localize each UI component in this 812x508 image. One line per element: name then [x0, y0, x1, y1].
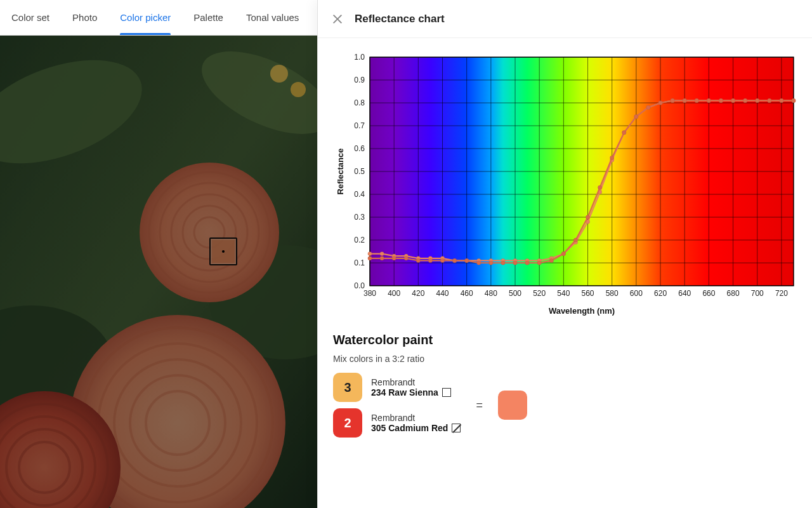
panel-header: Reflectance chart: [318, 0, 812, 38]
svg-text:420: 420: [412, 289, 424, 298]
tab-color-picker[interactable]: Color picker: [120, 1, 171, 34]
svg-text:0.2: 0.2: [354, 236, 365, 244]
svg-text:440: 440: [436, 289, 449, 298]
svg-text:660: 660: [702, 289, 715, 298]
mix-title: Watercolor paint: [333, 333, 797, 347]
mix-result-swatch: [498, 391, 527, 420]
svg-point-145: [610, 156, 614, 159]
svg-text:0.7: 0.7: [354, 121, 365, 130]
paint-name: 234 Raw Sienna: [371, 387, 451, 398]
svg-point-140: [549, 258, 553, 262]
svg-point-147: [634, 114, 638, 118]
svg-point-89: [368, 251, 372, 255]
svg-point-148: [646, 105, 650, 109]
lightfastness-icon: [442, 388, 451, 397]
svg-text:Wavelength (nm): Wavelength (nm): [549, 306, 615, 316]
close-icon[interactable]: [332, 13, 343, 25]
color-picker-box[interactable]: [209, 237, 237, 265]
svg-text:620: 620: [654, 289, 667, 298]
tab-photo[interactable]: Photo: [72, 1, 97, 34]
svg-point-156: [743, 98, 747, 102]
paint-brand: Rembrandt: [371, 413, 461, 423]
svg-point-142: [573, 238, 577, 242]
svg-point-143: [586, 215, 589, 219]
svg-text:Reflectance: Reflectance: [336, 149, 345, 195]
svg-point-160: [792, 98, 796, 102]
svg-point-130: [428, 258, 432, 262]
svg-text:0.9: 0.9: [354, 76, 365, 84]
svg-text:380: 380: [363, 289, 376, 298]
svg-point-149: [658, 101, 662, 105]
svg-point-137: [513, 261, 517, 265]
svg-point-154: [719, 98, 723, 102]
svg-point-153: [707, 98, 710, 102]
svg-text:680: 680: [727, 289, 740, 298]
reflectance-panel: Reflectance chart 3804004204404604805005…: [317, 0, 812, 508]
svg-point-138: [525, 261, 529, 265]
svg-point-141: [561, 251, 565, 255]
paint-part: 3Rembrandt234 Raw Sienna: [333, 373, 461, 402]
svg-point-134: [477, 261, 481, 265]
svg-text:480: 480: [485, 289, 497, 298]
svg-point-132: [452, 258, 456, 262]
paint-part-chip: 3: [333, 373, 362, 402]
svg-point-26: [291, 82, 306, 97]
photo-area[interactable]: [0, 36, 317, 508]
svg-text:0.8: 0.8: [354, 98, 365, 107]
svg-text:0.1: 0.1: [354, 258, 365, 267]
svg-text:500: 500: [509, 289, 521, 298]
svg-point-158: [768, 98, 771, 102]
svg-point-151: [683, 98, 686, 102]
equals-sign: =: [476, 399, 483, 412]
paint-brand: Rembrandt: [371, 377, 451, 387]
svg-text:560: 560: [582, 289, 594, 298]
panel-title: Reflectance chart: [355, 13, 445, 25]
svg-point-136: [501, 261, 505, 265]
tab-palette[interactable]: Palette: [193, 1, 223, 34]
svg-point-126: [380, 257, 384, 260]
svg-point-131: [440, 258, 444, 262]
tab-tonal-values[interactable]: Tonal values: [246, 1, 299, 34]
svg-text:700: 700: [751, 289, 764, 298]
svg-point-133: [464, 258, 468, 262]
svg-text:400: 400: [388, 289, 400, 298]
paint-part-chip: 2: [333, 408, 362, 438]
svg-text:0.6: 0.6: [354, 144, 365, 153]
svg-text:0.0: 0.0: [354, 281, 365, 290]
svg-point-155: [731, 98, 735, 102]
svg-text:520: 520: [533, 289, 546, 298]
svg-point-128: [404, 257, 408, 260]
svg-text:0.5: 0.5: [354, 167, 365, 176]
svg-text:580: 580: [606, 289, 619, 298]
svg-point-152: [695, 98, 698, 102]
svg-text:0.4: 0.4: [354, 190, 365, 199]
svg-point-146: [622, 131, 626, 135]
svg-point-159: [780, 98, 783, 102]
svg-point-25: [270, 65, 288, 83]
svg-point-150: [671, 98, 674, 102]
svg-text:640: 640: [678, 289, 691, 298]
svg-point-157: [756, 98, 759, 102]
mix-subtitle: Mix colors in a 3:2 ratio: [333, 354, 797, 364]
svg-text:1.0: 1.0: [354, 53, 365, 62]
reflectance-chart: 3804004204404604805005205405605806006206…: [333, 51, 797, 318]
svg-text:0.3: 0.3: [354, 213, 365, 222]
svg-text:600: 600: [630, 289, 643, 298]
svg-point-144: [598, 185, 601, 189]
svg-text:720: 720: [775, 289, 788, 298]
tab-color-set[interactable]: Color set: [11, 1, 49, 34]
svg-text:460: 460: [461, 289, 473, 298]
svg-text:540: 540: [557, 289, 570, 298]
svg-point-139: [537, 261, 541, 265]
svg-point-125: [368, 257, 372, 260]
paint-part: 2Rembrandt305 Cadmium Red: [333, 408, 461, 438]
paint-name: 305 Cadmium Red: [371, 423, 461, 433]
svg-point-127: [392, 257, 396, 260]
svg-point-135: [489, 261, 493, 265]
lightfastness-icon: [452, 424, 461, 432]
svg-point-90: [380, 251, 384, 255]
svg-point-129: [416, 258, 420, 262]
